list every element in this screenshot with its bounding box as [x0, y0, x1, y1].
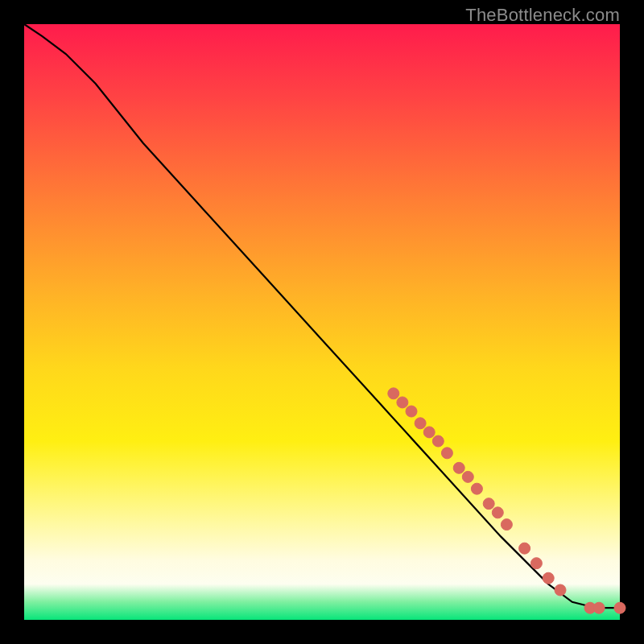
data-marker	[483, 498, 494, 510]
data-marker	[471, 483, 482, 494]
chart-svg	[24, 24, 620, 620]
data-marker	[530, 558, 542, 569]
data-marker	[432, 436, 444, 447]
data-markers	[388, 388, 625, 613]
data-marker	[543, 572, 554, 584]
data-marker	[614, 602, 625, 613]
data-marker	[423, 427, 435, 438]
data-marker	[492, 507, 503, 518]
data-marker	[388, 388, 399, 399]
data-marker	[519, 543, 530, 554]
data-marker	[415, 418, 426, 429]
data-marker	[462, 471, 473, 482]
plot-area	[24, 24, 620, 620]
data-marker	[441, 448, 452, 459]
data-marker	[555, 584, 566, 596]
chart-frame: TheBottleneck.com	[0, 0, 644, 644]
data-marker	[406, 406, 417, 417]
bottleneck-curve	[24, 24, 620, 608]
data-marker	[501, 519, 512, 530]
attribution-label: TheBottleneck.com	[465, 5, 620, 26]
data-marker	[453, 462, 464, 473]
data-marker	[593, 602, 605, 613]
data-marker	[397, 397, 408, 408]
